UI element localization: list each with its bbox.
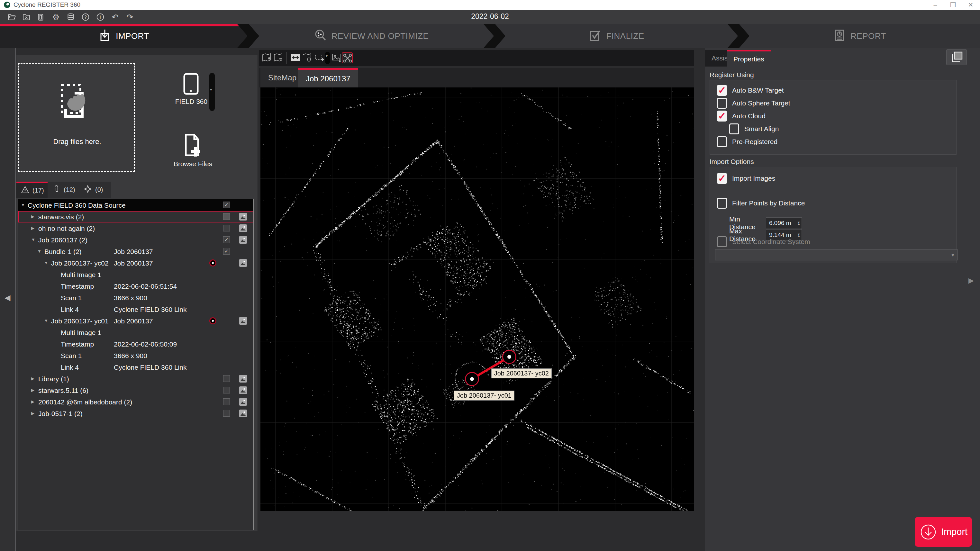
tree-row[interactable]: Timestamp2022-06-02-06:51:54 xyxy=(18,280,253,292)
preview-image-button[interactable] xyxy=(331,52,342,64)
expand-arrow-icon[interactable]: ▶ xyxy=(31,411,34,416)
fit-map-button[interactable] xyxy=(290,52,301,64)
tree-checkbox[interactable] xyxy=(223,248,230,255)
tree-row[interactable]: Timestamp2022-06-02-06:50:09 xyxy=(18,338,253,350)
tree-row[interactable]: Multi Image 1 xyxy=(18,269,253,280)
coordinate-system-dropdown[interactable] xyxy=(715,249,958,260)
thumbnail-icon[interactable] xyxy=(239,213,247,221)
tab-targets[interactable]: (0) xyxy=(79,182,111,198)
thumbnail-icon[interactable] xyxy=(239,398,247,406)
thumbnail-icon[interactable] xyxy=(239,386,247,394)
browse-files-button[interactable] xyxy=(183,133,200,157)
option-checkbox[interactable] xyxy=(729,124,739,134)
expand-arrow-icon[interactable]: ▶ xyxy=(31,399,34,404)
expand-arrow-icon[interactable]: ▶ xyxy=(31,376,34,381)
expand-arrow-icon[interactable]: ▶ xyxy=(31,225,34,230)
tree-checkbox[interactable] xyxy=(223,398,230,405)
zoom-slider[interactable] xyxy=(325,52,330,64)
import-images-checkbox[interactable] xyxy=(717,173,727,184)
tree-row[interactable]: ▼Job 2060137 (2) xyxy=(18,234,253,246)
import-file-tree[interactable]: ▼Cyclone FIELD 360 Data Source▶starwars.… xyxy=(18,199,254,530)
option-checkbox[interactable] xyxy=(717,136,727,147)
import-button[interactable]: Import xyxy=(915,517,972,547)
collapse-arrow-icon[interactable]: ▼ xyxy=(37,249,41,254)
settings-button[interactable]: ⚙ xyxy=(51,12,61,22)
tree-checkbox[interactable] xyxy=(223,213,230,220)
sitemap-pin-button[interactable] xyxy=(302,52,313,64)
tree-row[interactable]: ▶Library (1) xyxy=(18,373,253,384)
sitemap-viewport[interactable]: Job 2060137- yc02Job 2060137- yc01 xyxy=(261,87,694,511)
collapse-arrow-icon[interactable]: ▼ xyxy=(44,260,48,265)
tree-checkbox[interactable] xyxy=(223,236,230,243)
tab-job-2060137[interactable]: Job 2060137 xyxy=(298,68,358,87)
info-button[interactable]: i xyxy=(95,12,105,22)
field-360-button[interactable] xyxy=(183,73,199,95)
tree-row[interactable]: ▼Job 2060137- yc02Job 2060137 xyxy=(18,257,253,269)
filter-points-option[interactable]: Filter Points by Distance xyxy=(717,198,805,209)
tree-row[interactable]: Link 4Cyclone FIELD 360 Link xyxy=(18,361,253,373)
close-project-button[interactable] xyxy=(21,12,32,22)
drag-drop-zone[interactable]: Drag files here. xyxy=(18,63,135,171)
register-option-auto-sphere-target[interactable]: Auto Sphere Target xyxy=(717,98,790,109)
area-select-button[interactable] xyxy=(314,52,325,64)
collapse-arrow-icon[interactable]: ▼ xyxy=(44,318,48,323)
tree-row[interactable]: Multi Image 1 xyxy=(18,327,253,338)
thumbnail-icon[interactable] xyxy=(239,317,247,325)
tree-row[interactable]: ▶starwars.5.11 (6) xyxy=(18,384,253,396)
devices-button[interactable] xyxy=(36,12,46,22)
workflow-step-review[interactable]: REVIEW AND OPTIMIZE xyxy=(249,24,494,48)
collapse-arrow-icon[interactable]: ▼ xyxy=(21,203,25,207)
help-button[interactable]: ? xyxy=(80,12,91,22)
tree-checkbox[interactable] xyxy=(223,375,230,382)
storage-button[interactable] xyxy=(65,12,76,22)
coordinate-system-checkbox[interactable] xyxy=(717,236,727,247)
redo-button[interactable]: ↷ xyxy=(125,12,135,22)
thumbnail-icon[interactable] xyxy=(239,259,247,267)
tree-row[interactable]: ▼Bundle-1 (2)Job 2060137 xyxy=(18,246,253,257)
add-sitemap-button[interactable] xyxy=(261,52,272,64)
field-360-scrollbar[interactable] xyxy=(209,73,215,111)
tree-row[interactable]: ▶starwars.vis (2) xyxy=(18,211,253,222)
auto-align-button[interactable] xyxy=(342,52,353,64)
tab-properties[interactable]: Properties xyxy=(727,50,771,67)
tree-checkbox[interactable] xyxy=(223,225,230,232)
register-option-auto-cloud[interactable]: Auto Cloud xyxy=(717,111,765,122)
popout-panel-button[interactable] xyxy=(946,49,967,65)
tree-checkbox[interactable] xyxy=(223,387,230,394)
filter-points-checkbox[interactable] xyxy=(717,198,727,209)
option-checkbox[interactable] xyxy=(717,111,727,122)
tree-row[interactable]: ▶2060142 @6m albedoboard (2) xyxy=(18,396,253,408)
register-option-smart-align[interactable]: Smart Align xyxy=(729,124,779,134)
option-checkbox[interactable] xyxy=(717,85,727,96)
scan-marker[interactable] xyxy=(465,372,479,386)
collapse-arrow-icon[interactable]: ▼ xyxy=(31,237,35,242)
import-images-option[interactable]: Import Images xyxy=(717,173,775,184)
option-checkbox[interactable] xyxy=(717,98,727,109)
open-project-button[interactable] xyxy=(6,12,17,22)
remove-sitemap-button[interactable] xyxy=(273,52,284,64)
workflow-step-import[interactable]: IMPORT xyxy=(0,24,248,48)
maximize-button[interactable]: ❐ xyxy=(946,1,960,9)
coordinate-system-option[interactable]: Select Coordinate System xyxy=(717,236,810,247)
tree-row[interactable]: ▶oh no not again (2) xyxy=(18,222,253,234)
expand-arrow-icon[interactable]: ▶ xyxy=(31,388,34,392)
thumbnail-icon[interactable] xyxy=(239,224,247,232)
workflow-step-finalize[interactable]: FINALIZE xyxy=(495,24,738,48)
tree-row[interactable]: Link 4Cyclone FIELD 360 Link xyxy=(18,303,253,315)
tree-row[interactable]: Scan 13666 x 900 xyxy=(18,350,253,361)
tree-root-row[interactable]: ▼Cyclone FIELD 360 Data Source xyxy=(18,199,253,211)
thumbnail-icon[interactable] xyxy=(239,375,247,383)
thumbnail-icon[interactable] xyxy=(239,236,247,244)
tree-checkbox[interactable] xyxy=(223,202,230,208)
register-option-pre-registered[interactable]: Pre-Registered xyxy=(717,136,778,147)
thumbnail-icon[interactable] xyxy=(239,410,247,417)
tree-row[interactable]: ▼Job 2060137- yc01Job 2060137 xyxy=(18,315,253,327)
tree-checkbox[interactable] xyxy=(223,410,230,417)
expand-arrow-icon[interactable]: ▶ xyxy=(31,214,34,219)
register-option-auto-b-w-target[interactable]: Auto B&W Target xyxy=(717,85,784,96)
collapse-right-panel-icon[interactable]: ▶ xyxy=(969,276,974,285)
scan-marker[interactable] xyxy=(502,350,516,364)
close-button[interactable]: ✕ xyxy=(963,1,978,9)
tab-scans[interactable]: (17) xyxy=(16,182,48,198)
undo-button[interactable]: ↶ xyxy=(110,12,120,22)
